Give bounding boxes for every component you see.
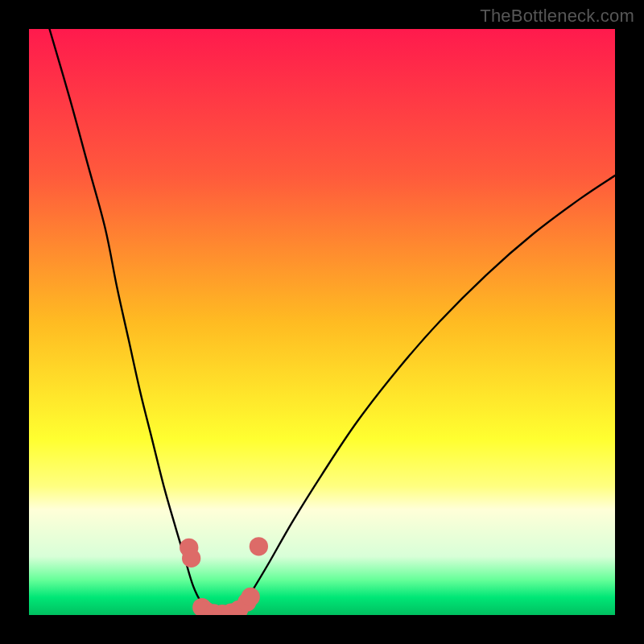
- marker-dot: [182, 549, 200, 568]
- plot-area: [29, 29, 615, 615]
- marker-dot: [242, 588, 260, 606]
- chart-svg: [29, 29, 615, 615]
- marker-dot: [250, 537, 268, 555]
- chart-container: TheBottleneck.com: [0, 0, 644, 644]
- gradient-background: [29, 29, 615, 615]
- watermark-text: TheBottleneck.com: [480, 6, 634, 27]
